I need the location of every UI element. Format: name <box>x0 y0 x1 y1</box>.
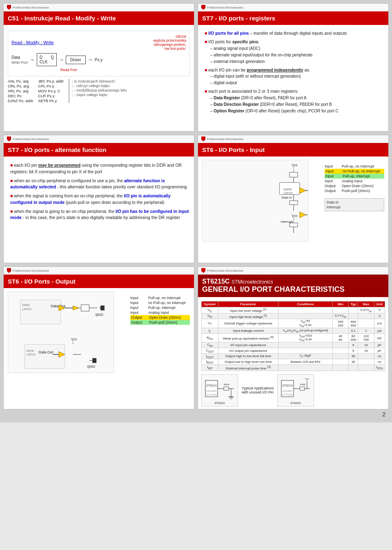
b3-bold: programmed independently <box>247 67 303 72</box>
page-number: 2 <box>3 409 389 419</box>
col-unit: Unit <box>374 302 385 307</box>
cell: 200200 <box>332 319 348 328</box>
sub4-3-bold: Option Register <box>214 109 244 113</box>
svg-text:I/O PORT: I/O PORT <box>206 393 217 396</box>
circuit-area-s5: DATA LATCH GND <box>8 291 127 374</box>
s3b1-pre: each I/O pin <box>14 163 38 168</box>
svg-text:LATCH: LATCH <box>27 353 36 356</box>
col-min: Min <box>332 302 348 307</box>
cell: Vpp=5VVpp=3.3V <box>278 319 333 328</box>
cell <box>358 313 374 319</box>
slide-st6215c: Politechnika Wrocławska ST6215C STMicroe… <box>198 266 389 409</box>
table-row: IL Input leakage current Vss≤Vin≤Vpp (no… <box>202 328 385 334</box>
cell: 80200 <box>349 333 358 342</box>
cell <box>332 328 348 334</box>
cell: μA <box>374 328 385 334</box>
cell: I/O input pin capacitance <box>218 342 278 348</box>
instr-col1: ANL Px, arg ORL Px, arg XRL Px, arg DEC … <box>8 79 33 103</box>
arrow2: → <box>58 56 64 63</box>
slide3-title: ST7 - I/O ports - alternate function <box>8 146 107 153</box>
io-row-1: Input Pull-up, no Interrupt <box>325 164 384 169</box>
clk-label: CLK <box>40 60 47 64</box>
sub4-1: Data Register (DR=0 after Reset), PADR f… <box>205 95 384 101</box>
cell: 0.7×Vcc <box>332 313 348 319</box>
table-row: VIL Input low level voltage (1) 0.3×Vcc … <box>202 307 385 313</box>
slide5-header: ST6 - I/O Ports - Output <box>4 275 194 288</box>
table-row: tINT External interrupt pulse time (5) t… <box>202 364 385 371</box>
cell: I/O output pin capacitance <box>218 348 278 354</box>
sub4-2-bold: Data Direction Register <box>214 102 259 107</box>
uni-name-s1: Politechnika Wrocławska <box>13 6 49 9</box>
slide4-body: Vcc DATA LATCH <box>198 157 388 263</box>
slide3-header: ST7 - I/O ports - alternate function <box>4 143 194 157</box>
dq-box: D Q CLK <box>37 53 57 66</box>
s5-io-row-1: Input Pull-up, no Interrupt <box>130 295 190 300</box>
slide6-body: Symbol Parameter Conditions Min Typ Max … <box>198 297 388 409</box>
slide-c51: Politechnika Wrocławska C51 - Instrukcje… <box>3 3 194 132</box>
slide1-title: C51 - Instrukcje Read - Modify - Write <box>8 15 116 22</box>
b2-rest: : <box>258 39 259 44</box>
col-max: Max <box>358 302 374 307</box>
slide4-content: Vcc DATA LATCH <box>202 160 384 242</box>
cell: 0.1 <box>349 328 358 334</box>
s3b2-rest: - this alternate function takes priority… <box>56 184 187 189</box>
slide-st7-reg: Politechnika Wrocławska ST7 - I/O ports … <box>198 3 389 132</box>
cell <box>278 307 333 313</box>
slide5-body: DATA LATCH GND <box>4 288 194 394</box>
sub4-2: Data Direction Register (DDR=0 after Res… <box>205 101 384 108</box>
slide4-title: ST6 - I/O Ports - Input <box>202 146 265 153</box>
shield-icon-s6 <box>201 268 205 273</box>
cell: ns <box>374 359 385 365</box>
s5-io-row-3: Input Pull-up, Interrupt <box>130 305 190 310</box>
circuit-area: Vcc DATA LATCH <box>202 160 321 242</box>
shield-icon-s3 <box>7 136 11 141</box>
io-row-4: Input Analog Input <box>325 179 384 183</box>
s3b1-bold: may be programmed <box>38 163 80 168</box>
circuit-labels-2: Data In Interrupt <box>325 198 384 211</box>
svg-text:DATA: DATA <box>27 349 34 352</box>
svg-text:UNUSED: UNUSED <box>206 390 217 392</box>
uni-bar-s2: Politechnika Wrocławska <box>198 4 388 11</box>
io-row-5: Output Open Drain (20mA) <box>325 183 384 188</box>
cell <box>358 353 374 359</box>
s6-title-bold: ST6215C <box>202 278 230 285</box>
svg-text:ST62XX: ST62XX <box>206 384 217 387</box>
data-in-label: Data In <box>327 200 382 204</box>
chip-label-right: ST62XX <box>279 402 312 405</box>
uni-bar-s4: Politechnika Wrocławska <box>198 135 388 143</box>
cell: Input high level voltage (1) <box>218 313 278 319</box>
slide-st7-alt: Politechnika Wrocławska ST7 - I/O ports … <box>3 135 194 263</box>
slide2-body: I/O ports for all pins – transfer of dat… <box>198 25 388 131</box>
shield-icon-s4 <box>201 136 205 141</box>
svg-marker-26 <box>73 306 79 310</box>
slide-st6-output: Politechnika Wrocławska ST6 - I/O Ports … <box>3 266 194 409</box>
slide4-header: ST6 - I/O Ports - Input <box>198 143 388 157</box>
sub2-2: alternate signal input/output for the on… <box>205 52 384 58</box>
note2: wyjścia przerzutnika <box>153 38 186 42</box>
slide1-diagram: Read - Modify - Write odczyt wyjścia prz… <box>8 31 190 76</box>
sub4-2-rest: (DDR=0 after Reset), PBDDR for port B <box>260 102 332 107</box>
cell: COUT <box>202 348 218 354</box>
cell: 30 <box>349 353 358 359</box>
s5-io-row-5: Output Open Drain (20mA) <box>130 315 190 320</box>
svg-rect-2 <box>290 172 298 177</box>
cell: tfOUT <box>202 359 218 365</box>
instr-col2: JBC Px.y, addr CPL Px.y MOV Px.y, C CLR … <box>38 79 64 103</box>
page-num-text: 2 <box>382 411 385 418</box>
svg-text:10kΩ: 10kΩ <box>300 383 306 386</box>
sub3-2: digital output <box>205 80 384 86</box>
cell <box>278 313 333 319</box>
cell: Input low level voltage (1) <box>218 307 278 313</box>
cell: VIH <box>202 313 218 319</box>
cell: Output low to high level rise time <box>218 359 278 365</box>
pxy-label: Px.y <box>95 58 102 62</box>
cell: 4080 <box>332 333 348 342</box>
col-typ: Typ <box>349 302 358 307</box>
bullet4: each port is associated to 2 or 3 main r… <box>202 88 384 114</box>
s3-bullet3: when the signal is coming from an on-chi… <box>8 193 190 206</box>
s3-bullet1: each I/O pin may be programmed using the… <box>8 162 190 175</box>
cell: 10 <box>358 342 374 348</box>
svg-text:UNUSED: UNUSED <box>282 390 293 392</box>
cell: 5 <box>349 342 358 348</box>
cell: 35 <box>349 359 358 365</box>
